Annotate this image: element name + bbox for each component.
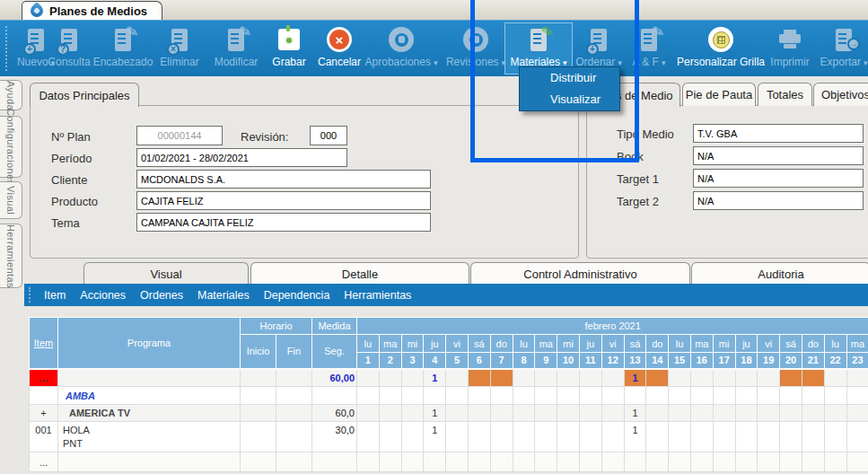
day-cell[interactable] [690, 422, 713, 452]
view-tab-control-administrativo[interactable]: Control Administrativo [470, 262, 690, 285]
seg-cell[interactable] [312, 452, 357, 472]
column-header-item[interactable]: Item [30, 318, 58, 369]
day-cell[interactable] [780, 452, 802, 472]
day-cell[interactable] [802, 387, 824, 405]
day-cell[interactable]: 1 [424, 369, 446, 387]
inicio-cell[interactable] [241, 405, 276, 422]
day-cell[interactable] [490, 422, 513, 452]
menu-item-dependencia[interactable]: Dependencia [257, 289, 338, 302]
day-cell[interactable] [846, 369, 868, 387]
day-cell[interactable] [669, 422, 691, 452]
sidebar-tab-ayuda[interactable]: Ayuda [0, 80, 22, 110]
menu-item-acciones[interactable]: Acciones [73, 289, 133, 302]
day-cell[interactable] [690, 387, 713, 405]
day-cell[interactable] [557, 405, 580, 422]
day-cell[interactable] [557, 369, 580, 387]
day-cell[interactable] [579, 369, 601, 387]
day-cell[interactable] [824, 452, 846, 472]
day-cell[interactable] [468, 387, 490, 405]
day-cell[interactable] [601, 422, 624, 452]
tema-field[interactable]: CAMPANA CAJITA FELIZ [136, 213, 431, 232]
menu-item-item[interactable]: Item [37, 289, 73, 302]
day-cell[interactable] [601, 452, 624, 472]
day-cell[interactable] [758, 387, 780, 405]
day-cell[interactable] [401, 422, 424, 452]
day-cell[interactable] [401, 369, 424, 387]
day-cell[interactable] [535, 422, 557, 452]
day-cell[interactable] [735, 387, 758, 405]
day-cell[interactable] [646, 452, 669, 472]
toolbar-button-modificar[interactable]: ✎Modificar [207, 22, 265, 75]
item-cell[interactable] [30, 387, 58, 405]
toolbar-button-consulta[interactable]: ?Consulta [46, 22, 92, 75]
day-cell[interactable]: 1 [624, 405, 646, 422]
day-cell[interactable] [624, 452, 646, 472]
menubar-drag-handle[interactable] [29, 287, 31, 303]
day-cell[interactable]: 1 [624, 422, 646, 452]
day-cell[interactable] [379, 369, 401, 387]
inicio-cell[interactable] [241, 387, 276, 405]
day-cell[interactable] [379, 387, 401, 405]
day-cell[interactable] [669, 452, 691, 472]
field-input-book[interactable]: N/A [693, 146, 864, 165]
day-cell[interactable] [646, 405, 669, 422]
menu-item-ordenes[interactable]: Ordenes [133, 289, 190, 302]
menu-item-herramientas[interactable]: Herramientas [337, 289, 418, 302]
day-cell[interactable] [713, 422, 735, 452]
sidebar-tab-configuraciones[interactable]: Configuraciones [0, 116, 22, 178]
day-cell[interactable] [690, 369, 713, 387]
day-cell[interactable] [824, 422, 846, 452]
day-cell[interactable] [713, 405, 735, 422]
toolbar-button-encabezado[interactable]: ✎Encabezado [91, 22, 155, 75]
window-tab-planes-de-medios[interactable]: Planes de Medios [22, 1, 162, 20]
sidebar-tab-herramientas[interactable]: Herramientas [0, 224, 22, 288]
day-cell[interactable] [535, 405, 557, 422]
day-cell[interactable] [357, 387, 380, 405]
plan-field[interactable]: 00000144 [136, 126, 223, 145]
day-cell[interactable] [646, 387, 669, 405]
dropdown-item-distribuir[interactable]: Distribuir [520, 67, 619, 89]
day-cell[interactable] [758, 405, 780, 422]
item-cell[interactable]: + [30, 405, 58, 422]
day-cell[interactable] [535, 369, 557, 387]
field-input-target-2[interactable]: N/A [693, 191, 864, 210]
day-cell[interactable] [468, 369, 490, 387]
day-cell[interactable] [468, 452, 490, 472]
day-cell[interactable] [646, 422, 669, 452]
programa-cell[interactable] [58, 369, 241, 387]
periodo-field[interactable]: 01/02/2021 - 28/02/2021 [136, 148, 347, 167]
day-cell[interactable] [446, 405, 469, 422]
toolbar-button-cancelar[interactable]: ×Cancelar [311, 22, 367, 75]
seg-cell[interactable]: 30,0 [312, 422, 357, 452]
tab-pie-de-pauta[interactable]: Pie de Pauta [682, 83, 756, 106]
day-cell[interactable] [601, 369, 624, 387]
inicio-cell[interactable] [241, 422, 276, 452]
day-cell[interactable] [780, 387, 802, 405]
day-cell[interactable] [735, 369, 758, 387]
programa-cell[interactable] [58, 452, 241, 472]
toolbar-button-imprimir[interactable]: Imprimir [763, 22, 817, 75]
dropdown-item-visualizar[interactable]: Visualizar [520, 89, 619, 110]
day-cell[interactable] [446, 369, 469, 387]
producto-field[interactable]: CAJITA FELIZ [136, 191, 431, 210]
day-cell[interactable] [669, 369, 691, 387]
toolbar-button-eliminar[interactable]: ×Eliminar [153, 22, 206, 75]
day-cell[interactable] [424, 387, 446, 405]
programa-cell[interactable]: HOLAPNT [58, 422, 241, 452]
day-cell[interactable] [669, 387, 691, 405]
day-cell[interactable] [846, 387, 868, 405]
day-cell[interactable] [780, 422, 802, 452]
day-cell[interactable] [490, 369, 513, 387]
menu-item-materiales[interactable]: Materiales [190, 289, 257, 302]
day-cell[interactable] [513, 452, 535, 472]
day-cell[interactable] [379, 452, 401, 472]
view-tab-detalle[interactable]: Detalle [250, 262, 469, 285]
cliente-field[interactable]: MCDONALDS S.A. [136, 170, 431, 189]
day-cell[interactable] [713, 369, 735, 387]
inicio-cell[interactable] [241, 452, 276, 472]
day-cell[interactable] [713, 452, 735, 472]
day-cell[interactable] [401, 405, 424, 422]
item-cell[interactable]: ... [30, 452, 58, 472]
programa-cell[interactable]: AMBA [58, 387, 241, 405]
day-cell[interactable] [513, 387, 535, 405]
